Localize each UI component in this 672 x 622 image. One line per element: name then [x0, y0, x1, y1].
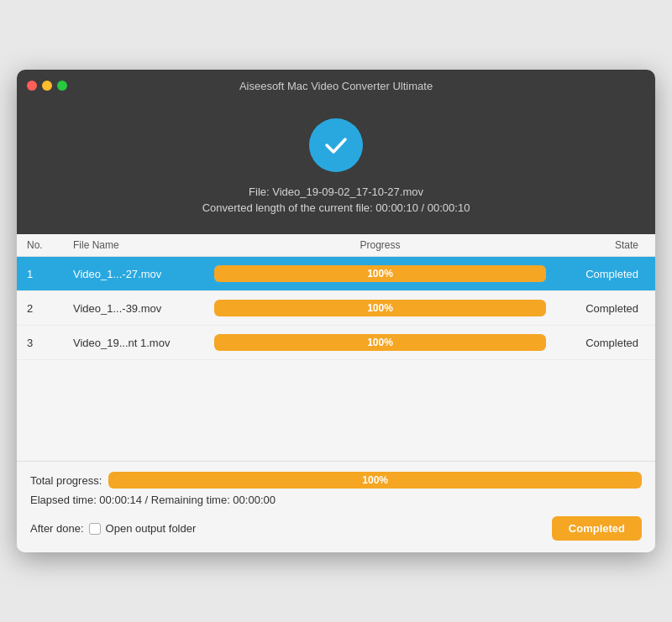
- total-progress-bar-label: 100%: [362, 474, 388, 486]
- row-number: 2: [27, 302, 73, 315]
- header-section: File: Video_19-09-02_17-10-27.mov Conver…: [17, 102, 655, 234]
- progress-bar-background: 100%: [214, 334, 546, 351]
- table-empty-area: [17, 360, 655, 461]
- header-file-label: File: Video_19-09-02_17-10-27.mov: [249, 186, 423, 198]
- col-header-state: State: [553, 239, 645, 251]
- maximize-button[interactable]: [57, 81, 67, 91]
- completion-icon: [309, 118, 363, 172]
- title-bar: Aiseesoft Mac Video Converter Ultimate: [17, 70, 655, 102]
- table-header: No. File Name Progress State: [17, 234, 655, 257]
- table-row[interactable]: 3 Video_19...nt 1.mov 100% Completed: [17, 326, 655, 360]
- table-row[interactable]: 2 Video_1...-39.mov 100% Completed: [17, 291, 655, 326]
- progress-bar-fill: 100%: [214, 265, 546, 282]
- total-progress-row: Total progress: 100%: [30, 472, 642, 489]
- total-progress-bar-background: 100%: [108, 472, 642, 489]
- row-progress-container: 100%: [207, 265, 553, 282]
- row-filename: Video_1...-27.mov: [73, 268, 207, 280]
- row-number: 3: [27, 337, 73, 349]
- total-progress-label: Total progress:: [30, 474, 102, 487]
- open-folder-checkbox[interactable]: [89, 523, 101, 535]
- file-table: No. File Name Progress State 1 Video_1..…: [17, 234, 655, 461]
- col-header-no: No.: [27, 239, 73, 251]
- total-progress-bar-fill: 100%: [108, 472, 642, 489]
- after-done-left: After done: Open output folder: [30, 522, 196, 535]
- row-state: Completed: [553, 268, 645, 280]
- completed-button[interactable]: Completed: [552, 516, 642, 541]
- bottom-section: Total progress: 100% Elapsed time: 00:00…: [17, 461, 655, 552]
- open-folder-label: Open output folder: [106, 522, 197, 535]
- row-state: Completed: [553, 302, 645, 315]
- row-progress-container: 100%: [207, 300, 553, 316]
- close-button[interactable]: [27, 81, 37, 91]
- row-filename: Video_1...-39.mov: [73, 302, 207, 315]
- row-state: Completed: [553, 337, 645, 349]
- row-number: 1: [27, 268, 73, 280]
- col-header-progress: Progress: [207, 239, 553, 251]
- row-filename: Video_19...nt 1.mov: [73, 337, 207, 349]
- progress-bar-background: 100%: [214, 265, 546, 282]
- progress-bar-label: 100%: [367, 302, 393, 314]
- table-row[interactable]: 1 Video_1...-27.mov 100% Completed: [17, 257, 655, 291]
- progress-bar-label: 100%: [367, 268, 393, 280]
- minimize-button[interactable]: [42, 81, 52, 91]
- col-header-filename: File Name: [73, 239, 207, 251]
- progress-bar-fill: 100%: [214, 334, 546, 351]
- checkmark-icon: [321, 130, 351, 160]
- after-done-label: After done:: [30, 522, 84, 535]
- app-window: Aiseesoft Mac Video Converter Ultimate F…: [17, 70, 655, 552]
- progress-bar-background: 100%: [214, 300, 546, 316]
- window-title: Aiseesoft Mac Video Converter Ultimate: [239, 80, 433, 92]
- after-done-row: After done: Open output folder Completed: [30, 516, 642, 552]
- progress-bar-label: 100%: [367, 337, 393, 348]
- progress-bar-fill: 100%: [214, 300, 546, 316]
- elapsed-time-label: Elapsed time: 00:00:14 / Remaining time:…: [30, 494, 642, 506]
- traffic-lights: [27, 81, 67, 91]
- row-progress-container: 100%: [207, 334, 553, 351]
- header-length-label: Converted length of the current file: 00…: [202, 201, 470, 214]
